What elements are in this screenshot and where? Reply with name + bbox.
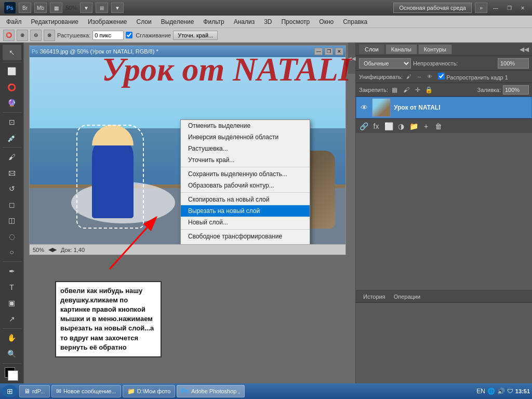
- workspace-expand[interactable]: »: [475, 3, 487, 13]
- background-color[interactable]: [8, 370, 18, 381]
- doc-minimize[interactable]: —: [314, 48, 323, 55]
- layer-group-btn[interactable]: 📁: [409, 122, 418, 131]
- taskbar-item-photoshop[interactable]: Ps Adobe Photoshop ,: [177, 385, 244, 397]
- menu-help[interactable]: Справка: [339, 17, 371, 26]
- taskbar-item-folder[interactable]: 📁 D:\Мои фото: [123, 385, 176, 397]
- doc-restore[interactable]: ❐: [325, 48, 333, 55]
- lock-all-btn[interactable]: 🔒: [424, 85, 434, 95]
- crop-tool[interactable]: ⊡: [3, 114, 21, 130]
- ctx-make-path[interactable]: Образовать рабочий контур...: [181, 180, 310, 191]
- menu-view[interactable]: Просмотр: [277, 17, 314, 26]
- ctx-transform-selection[interactable]: Трансформировать выделенную область: [181, 242, 310, 244]
- unify-vis-icon[interactable]: 👁: [425, 73, 434, 81]
- blend-mode-select[interactable]: Обычные: [359, 58, 411, 69]
- color-swatches[interactable]: [3, 365, 21, 382]
- ctx-deselect[interactable]: Отменить выделение: [181, 120, 310, 131]
- rectangle-select-tool[interactable]: ⬜: [3, 64, 21, 79]
- shape-tool[interactable]: ▣: [3, 295, 21, 311]
- menu-file[interactable]: Файл: [2, 17, 26, 26]
- opacity-input[interactable]: [498, 58, 529, 69]
- menu-window[interactable]: Окно: [315, 17, 338, 26]
- menu-select[interactable]: Выделение: [157, 17, 198, 26]
- document-canvas[interactable]: Отменить выделение Инверсия выделенной о…: [30, 57, 345, 244]
- bridge-btn[interactable]: Br: [19, 3, 31, 13]
- lasso-sub1[interactable]: ⊕: [17, 30, 28, 41]
- arrange-btn[interactable]: ⊞: [96, 3, 108, 13]
- quick-select-tool[interactable]: 🔮: [3, 96, 21, 111]
- ctx-cut-layer[interactable]: Вырезать на новый слой: [181, 205, 310, 217]
- layer-item[interactable]: 👁 Урок от NATALI: [356, 97, 532, 118]
- blur-tool[interactable]: ◌: [3, 229, 21, 244]
- gradient-tool[interactable]: ◫: [3, 213, 21, 229]
- volume-icon[interactable]: 🔊: [497, 388, 505, 395]
- layer-mask-btn[interactable]: ⬜: [384, 122, 393, 131]
- workspace-button[interactable]: Основная рабочая среда: [393, 3, 472, 13]
- ctx-refine[interactable]: Уточнить край...: [181, 154, 310, 166]
- lock-transparent-btn[interactable]: ▦: [390, 85, 400, 95]
- menu-layers[interactable]: Слои: [132, 17, 156, 26]
- unify-pos-icon[interactable]: ↔: [415, 73, 423, 81]
- zoom-tool[interactable]: 🔍: [3, 346, 21, 362]
- text-tool[interactable]: T: [3, 280, 21, 295]
- hand-tool[interactable]: ✋: [3, 330, 21, 345]
- eyedropper-tool[interactable]: 💉: [3, 130, 21, 146]
- unify-paint-icon[interactable]: 🖌: [405, 73, 413, 81]
- ctx-feather[interactable]: Растушевка...: [181, 143, 310, 154]
- taskbar-item-message[interactable]: ✉ Новое сообщение...: [51, 385, 121, 397]
- arrange-dropdown[interactable]: ▼: [111, 3, 124, 13]
- fill-input[interactable]: [503, 85, 529, 95]
- lasso-sub3[interactable]: ⊗: [44, 30, 55, 41]
- layer-new-btn[interactable]: +: [421, 122, 431, 131]
- ctx-invert[interactable]: Инверсия выделенной области: [181, 131, 310, 143]
- lock-paint-btn[interactable]: 🖌: [402, 85, 411, 95]
- layer-fx-btn[interactable]: fx: [371, 122, 381, 131]
- path-select-tool[interactable]: ↗: [3, 311, 21, 327]
- menu-image[interactable]: Изображение: [84, 17, 131, 26]
- refine-edge-button[interactable]: Уточн. край...: [173, 31, 218, 40]
- ctx-copy-layer[interactable]: Скопировать на новый слой: [181, 194, 310, 205]
- layer-adj-btn[interactable]: ◑: [396, 122, 406, 131]
- language-indicator[interactable]: EN: [476, 388, 485, 395]
- history-brush[interactable]: ↺: [3, 181, 21, 196]
- start-button[interactable]: ⊞: [2, 385, 18, 397]
- lasso-tool-option[interactable]: ⭕: [3, 30, 15, 41]
- smooth-checkbox[interactable]: [126, 32, 132, 38]
- minibr-btn[interactable]: Mb: [34, 3, 47, 13]
- ctx-save-selection[interactable]: Сохранить выделенную область...: [181, 168, 310, 180]
- restore-button[interactable]: ❐: [504, 4, 514, 12]
- ctx-free-transform[interactable]: Свободное трансформирование: [181, 231, 310, 242]
- eraser-tool[interactable]: ◻: [3, 197, 21, 212]
- layer-delete-btn[interactable]: 🗑: [434, 122, 443, 131]
- selection-outline: [76, 125, 144, 229]
- minimize-button[interactable]: —: [490, 4, 501, 12]
- menu-edit[interactable]: Редактирование: [27, 17, 83, 26]
- layers-tab[interactable]: Слои: [359, 44, 384, 54]
- move-tool[interactable]: ↖: [3, 45, 21, 60]
- history-tab[interactable]: История: [359, 292, 390, 301]
- layer-visibility-toggle[interactable]: 👁: [360, 103, 369, 112]
- propagate-checkbox[interactable]: [438, 73, 445, 79]
- menu-analysis[interactable]: Анализ: [230, 17, 259, 26]
- view-mode-btn[interactable]: ▦: [50, 3, 62, 13]
- taskbar-item-rdp[interactable]: 🖥 rdP...: [19, 385, 50, 397]
- layer-link-btn[interactable]: 🔗: [359, 122, 368, 131]
- brush-tool[interactable]: 🖌: [3, 149, 21, 165]
- actions-tab[interactable]: Операции: [390, 292, 424, 301]
- close-button[interactable]: ✕: [517, 4, 528, 12]
- zoom-dropdown[interactable]: ▼: [80, 3, 92, 13]
- pen-tool[interactable]: ✒: [3, 263, 21, 279]
- panel-collapse-button[interactable]: ◀◀: [348, 43, 355, 74]
- panels-arrow[interactable]: ◀◀: [520, 46, 529, 53]
- clone-tool[interactable]: 🖂: [3, 165, 21, 181]
- lock-move-btn[interactable]: ✛: [413, 85, 422, 95]
- doc-close[interactable]: ✕: [335, 48, 343, 55]
- lasso-sub2[interactable]: ⊖: [30, 30, 42, 41]
- menu-3d[interactable]: 3D: [260, 17, 276, 26]
- lasso-tool[interactable]: ⭕: [3, 79, 21, 95]
- feather-input[interactable]: [92, 31, 124, 40]
- paths-tab[interactable]: Контуры: [418, 44, 452, 54]
- menu-filter[interactable]: Фильтр: [199, 17, 228, 26]
- ctx-new-layer[interactable]: Новый слой...: [181, 217, 310, 228]
- dodge-tool[interactable]: ○: [3, 245, 21, 260]
- channels-tab[interactable]: Каналы: [385, 44, 417, 54]
